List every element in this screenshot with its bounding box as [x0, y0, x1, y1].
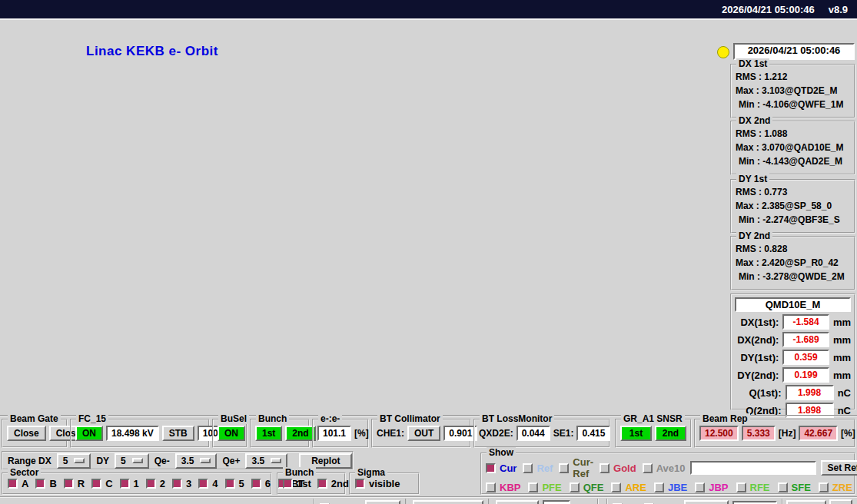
- blank-input[interactable]: [732, 501, 777, 504]
- beam-rep-hz-unit: [Hz]: [779, 428, 796, 439]
- show-pfe-checkbox[interactable]: [528, 482, 538, 492]
- show-qfe-checkbox[interactable]: [570, 482, 580, 492]
- show-kbp-checkbox[interactable]: [486, 482, 496, 492]
- titlebar: 2026/04/21 05:00:46 v8.9: [0, 0, 857, 18]
- show-are-checkbox[interactable]: [611, 482, 621, 492]
- ee-ratio-group: e-:e- 101.1 [%]: [312, 419, 369, 448]
- gr-1st-button[interactable]: 1st: [620, 426, 652, 441]
- bunch-check-1st-checkbox[interactable]: [283, 479, 293, 489]
- se1-value: 0.415: [576, 426, 610, 441]
- sector-c-checkbox[interactable]: [91, 479, 101, 489]
- sector-b: B: [35, 478, 56, 489]
- sector-1-checkbox[interactable]: [120, 479, 130, 489]
- sector-a-checkbox[interactable]: [8, 479, 18, 489]
- stat-rms: RMS : 1.212: [732, 70, 854, 84]
- gr-snsr-group: GR_A1 SNSR 1st 2nd: [615, 419, 692, 448]
- monitor-row: DX(1st):-1.584mm: [735, 314, 851, 330]
- fc15-stb-button[interactable]: STB: [162, 426, 194, 441]
- range-qe-minus-select[interactable]: 3.5: [175, 453, 218, 469]
- sector-6-label: 6: [265, 478, 271, 489]
- beam-rep-pct-unit: [%]: [841, 428, 855, 439]
- sector-2: 2: [146, 478, 165, 489]
- show-jbp-checkbox[interactable]: [695, 482, 705, 492]
- screenshot-camera-button[interactable]: [829, 499, 852, 504]
- monitor-row-label: DX(2nd):: [735, 334, 779, 346]
- bunch-check-2nd-checkbox[interactable]: [317, 479, 327, 489]
- show-ref-checkbox[interactable]: [523, 463, 533, 473]
- monitor-row-value: -1.584: [782, 314, 829, 330]
- show-ave10-checkbox[interactable]: [643, 463, 653, 473]
- sector-3: 3: [172, 478, 191, 489]
- sector-4-checkbox[interactable]: [198, 479, 208, 489]
- show-are-label: ARE: [625, 482, 646, 493]
- show-item-cur: Cur: [486, 456, 517, 479]
- stat-box-title: DX 2nd: [736, 115, 772, 126]
- stat-max: Max : 2.385@SP_58_0: [732, 199, 854, 213]
- show-rfe-checkbox[interactable]: [736, 482, 746, 492]
- bunch-2nd-button[interactable]: 2nd: [285, 426, 315, 441]
- monitor-row: DY(2nd):0.199mm: [735, 367, 851, 383]
- range-dy-select[interactable]: 5: [115, 453, 149, 469]
- show-cur-checkbox[interactable]: [486, 463, 496, 473]
- bunch-label: Bunch: [256, 413, 289, 424]
- interval-select[interactable]: 300: [684, 500, 729, 504]
- show-zre-checkbox[interactable]: [819, 482, 829, 492]
- stat-box-dy-2nd: DY 2ndRMS : 0.828Max : 2.420@SP_R0_42Min…: [730, 236, 855, 290]
- threshold-input[interactable]: 0.1: [543, 500, 570, 504]
- set-ref-button[interactable]: Set Ref: [821, 460, 857, 476]
- monitor-row-value: 1.998: [786, 385, 834, 400]
- monitor-row: Q(1st):1.998nC: [735, 385, 851, 400]
- stat-max: Max : 2.420@SP_R0_42: [732, 256, 854, 270]
- busel-on-button[interactable]: ON: [218, 426, 245, 441]
- sector-5-label: 5: [239, 478, 244, 489]
- show-gold-checkbox[interactable]: [600, 463, 610, 473]
- fc15-on-button[interactable]: ON: [75, 426, 103, 441]
- sector-3-checkbox[interactable]: [172, 479, 182, 489]
- bunch-group: Bunch 1st 2nd: [250, 419, 310, 448]
- sector-4-label: 4: [212, 478, 218, 489]
- beam-rep-group: Beam Rep 12.500 5.333 [Hz] 42.667 [%]: [694, 419, 855, 448]
- ee-ratio-label: e-:e-: [318, 413, 342, 424]
- che1-out-button[interactable]: OUT: [407, 426, 440, 441]
- range-qe-plus-select[interactable]: 3.5: [245, 453, 287, 469]
- stat-box-dy-1st: DY 1stRMS : 0.773Max : 2.385@SP_58_0Min …: [730, 179, 855, 234]
- sector-1-label: 1: [134, 478, 139, 489]
- monitor-panel: QMD10E_M DX(1st):-1.584mmDX(2nd):-1.689m…: [730, 293, 855, 410]
- sector-b-checkbox[interactable]: [35, 479, 45, 489]
- ee-ratio-unit: [%]: [354, 428, 369, 439]
- show-jbp-label: JBP: [709, 482, 728, 493]
- sigma-visible-label: visible: [369, 478, 400, 489]
- stat-box-title: DY 2nd: [736, 230, 772, 241]
- beam-gate-close-1-button[interactable]: Close: [7, 426, 46, 441]
- stat-min: Min : -2.274@QBF3E_S: [732, 213, 854, 227]
- monitor-row-unit: mm: [833, 317, 851, 328]
- stat-max: Max : 3.070@QAD10E_M: [732, 141, 854, 154]
- se1-label: SE1:: [553, 428, 574, 439]
- show-cur-ref-checkbox[interactable]: [559, 463, 569, 473]
- show-cur-label: Cur: [500, 463, 517, 474]
- bunch-select[interactable]: 1st: [496, 500, 538, 504]
- ref-name-input[interactable]: [690, 461, 816, 475]
- gr-2nd-button[interactable]: 2nd: [655, 426, 686, 441]
- qxd2e-label: QXD2E:: [479, 428, 513, 439]
- range-dx-select[interactable]: 5: [57, 453, 91, 469]
- sector-5-checkbox[interactable]: [225, 479, 235, 489]
- sector-r-checkbox[interactable]: [64, 479, 74, 489]
- monitor-row-unit: mm: [833, 370, 851, 381]
- sector-6-checkbox[interactable]: [251, 479, 261, 489]
- bt-collimator-label: BT Collimator: [377, 413, 443, 424]
- device-select[interactable]: SP_A1_G: [413, 500, 483, 504]
- beam-rep-hz1-value: 12.500: [699, 426, 739, 441]
- bunch-1st-button[interactable]: 1st: [255, 426, 282, 441]
- show-item-zre: ZRE: [819, 482, 852, 493]
- range-qe-plus-label: Qe+: [222, 456, 240, 466]
- sigma-visible-checkbox[interactable]: [355, 479, 365, 489]
- replot-button[interactable]: Replot: [299, 453, 352, 469]
- monitor-title: QMD10E_M: [735, 297, 851, 312]
- chg-th-select[interactable]: A: [365, 500, 401, 504]
- show-jbe-checkbox[interactable]: [654, 482, 664, 492]
- sector-2-checkbox[interactable]: [146, 479, 156, 489]
- show-item-cur-ref: Cur-Ref: [559, 456, 593, 479]
- show-sfe-checkbox[interactable]: [778, 482, 788, 492]
- resize-button[interactable]: resize: [786, 500, 826, 504]
